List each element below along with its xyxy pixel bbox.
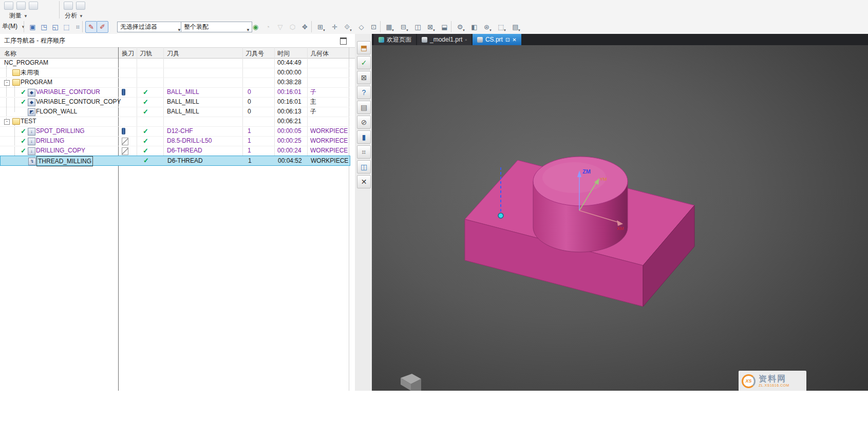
- row-name[interactable]: THREAD_MILLING: [36, 156, 93, 166]
- toolbar-icon[interactable]: ▦▼: [383, 21, 395, 33]
- column-header-path[interactable]: 刀轨: [140, 49, 152, 58]
- toolbar-icon[interactable]: ✐: [97, 21, 108, 33]
- toolbar-icon[interactable]: ▽: [274, 21, 286, 33]
- chevron-down-icon[interactable]: ▼: [503, 29, 506, 32]
- toolbar-icon[interactable]: ⬓: [439, 21, 450, 33]
- chevron-down-icon[interactable]: ▼: [79, 14, 83, 18]
- column-header-time[interactable]: 时间: [277, 49, 290, 58]
- table-row[interactable]: ✓↓SPOT_DRILLING✓D12-CHF100:00:05WORKPIEC…: [0, 126, 349, 137]
- close-tab-icon[interactable]: ✕: [512, 37, 516, 43]
- machine-navigator-icon[interactable]: ⌗: [357, 145, 371, 159]
- toolbar-icon[interactable]: ⊟▼: [398, 21, 409, 33]
- ribbon-icon[interactable]: [29, 2, 38, 10]
- toolbar-icon[interactable]: ✛: [329, 21, 341, 33]
- toolbar-icon[interactable]: ▤▼: [510, 21, 521, 33]
- toolbar-icon[interactable]: ▣: [27, 21, 39, 33]
- table-row[interactable]: -TEST00:06:21: [0, 117, 349, 127]
- process-navigator-icon[interactable]: ▮: [357, 130, 371, 144]
- history-icon[interactable]: ▤: [357, 101, 371, 114]
- chevron-down-icon[interactable]: ▼: [432, 29, 436, 32]
- column-header-geometry[interactable]: 几何体: [310, 49, 329, 58]
- toolbar-icon[interactable]: ⊛▼: [481, 21, 493, 33]
- table-row[interactable]: ✓◆VARIABLE_CONTOUR_COPY✓BALL_MILL000:16:…: [0, 97, 349, 107]
- toolbar-icon[interactable]: ✥: [299, 21, 311, 33]
- tree-expander-icon[interactable]: -: [4, 80, 10, 86]
- toolbar-icon[interactable]: ◧: [468, 21, 480, 33]
- no-entry-icon[interactable]: ⊘: [357, 116, 371, 129]
- chevron-down-icon[interactable]: ▼: [391, 29, 394, 32]
- toolbar-icon[interactable]: ⚙▼: [454, 21, 466, 33]
- row-name[interactable]: VARIABLE_CONTOUR: [36, 87, 100, 97]
- tree-expander-icon[interactable]: -: [4, 119, 10, 125]
- column-header-toolno[interactable]: 刀具号: [246, 49, 264, 58]
- constraint-navigator-icon[interactable]: ✓: [357, 56, 371, 69]
- help-icon[interactable]: ?: [357, 86, 371, 99]
- restore-window-icon[interactable]: [340, 37, 347, 45]
- assembly-navigator-icon[interactable]: ⬒: [357, 41, 371, 54]
- chevron-down-icon[interactable]: ▼: [489, 29, 492, 32]
- row-name[interactable]: FLOOR_WALL: [36, 107, 77, 117]
- toolbar-icon[interactable]: ◇: [355, 21, 367, 33]
- menu-button[interactable]: 单(M) ▼: [2, 22, 25, 31]
- table-row[interactable]: ✓↓DRILLING✓D8.5-DRILL-L50100:00:25WORKPI…: [0, 136, 349, 146]
- row-name[interactable]: PROGRAM: [21, 78, 52, 87]
- toolbar-icon[interactable]: ◱: [49, 21, 61, 33]
- table-row[interactable]: 未用项00:00:00: [0, 68, 349, 78]
- chevron-down-icon[interactable]: ▼: [406, 29, 409, 32]
- table-row[interactable]: ↯THREAD_MILLING✓D6-THREAD100:04:52WORKPI…: [0, 156, 350, 166]
- part-tab-2[interactable]: _model1.prt▫: [417, 34, 471, 45]
- toolbar-icon[interactable]: ⬚▼: [495, 21, 507, 33]
- toolbar-icon[interactable]: ⬚: [61, 21, 72, 33]
- selection-filter-combo[interactable]: 无选择过滤器 ▼: [117, 22, 183, 32]
- selection-scope-combo[interactable]: 整个装配 ▼: [181, 22, 252, 32]
- part-tab-3[interactable]: CS.prt⊡✕: [473, 34, 521, 45]
- chevron-down-icon[interactable]: ▼: [518, 29, 521, 32]
- table-row[interactable]: -PROGRAM00:38:28: [0, 78, 349, 88]
- chevron-down-icon[interactable]: ▼: [24, 14, 28, 18]
- welcome-icon: [379, 37, 384, 43]
- drill-point-handle[interactable]: [498, 213, 503, 218]
- toolbar-icon[interactable]: ⟐▼: [341, 21, 353, 33]
- ribbon-icon[interactable]: [76, 2, 85, 10]
- toolbar-icon[interactable]: ⊡: [368, 21, 380, 33]
- table-row[interactable]: NC_PROGRAM00:44:49: [0, 58, 349, 68]
- row-name[interactable]: 未用项: [21, 68, 39, 78]
- navigator-tree: NC_PROGRAM00:44:49未用项00:00:00-PROGRAM00:…: [0, 58, 355, 391]
- ribbon-group-analysis[interactable]: 分析▼: [65, 11, 83, 20]
- table-row[interactable]: ◩FLOOR_WALL✓BALL_MILL000:06:13子: [0, 107, 349, 117]
- close-navigator-icon[interactable]: ✕: [357, 175, 371, 188]
- ribbon-icon[interactable]: [4, 2, 13, 10]
- toolbar-icon[interactable]: ◫: [412, 21, 424, 33]
- toolbar-icon[interactable]: ⊞▼: [314, 21, 326, 33]
- toolbar-icon[interactable]: ⊠▼: [424, 21, 436, 33]
- graphics-viewport[interactable]: ZM YM XM: [372, 45, 868, 391]
- row-name[interactable]: NC_PROGRAM: [4, 58, 48, 68]
- toolbar-icon[interactable]: ⬡: [287, 21, 298, 33]
- table-row[interactable]: ✓↓DRILLING_COPY✓D6-THREAD100:00:24WORKPI…: [0, 146, 349, 156]
- part-tab-1[interactable]: 欢迎页面: [374, 34, 416, 45]
- ribbon-icon[interactable]: [64, 2, 73, 10]
- column-header-name[interactable]: 名称: [4, 49, 16, 58]
- chevron-down-icon[interactable]: ▼: [323, 29, 326, 32]
- geometry-name: 子: [310, 107, 316, 117]
- chevron-down-icon[interactable]: ▼: [462, 29, 465, 32]
- column-header-toolchange[interactable]: 换刀: [122, 49, 134, 58]
- row-name[interactable]: SPOT_DRILLING: [36, 126, 85, 136]
- toolbar-icon[interactable]: ◔: [262, 21, 274, 33]
- tool-number: 1: [248, 126, 251, 136]
- chevron-down-icon[interactable]: ▼: [349, 29, 352, 32]
- toolbar-icon[interactable]: ◳: [38, 21, 50, 33]
- row-name[interactable]: TEST: [21, 117, 36, 126]
- restore-tab-icon[interactable]: ⊡: [505, 37, 510, 43]
- toolbar-icon[interactable]: ✎: [85, 21, 97, 33]
- row-name[interactable]: DRILLING_COPY: [36, 146, 85, 156]
- row-name[interactable]: DRILLING: [36, 136, 64, 146]
- part-navigator-icon[interactable]: ⊠: [357, 71, 371, 84]
- column-header-tool[interactable]: 刀具: [167, 49, 179, 58]
- row-name[interactable]: VARIABLE_CONTOUR_COPY: [36, 97, 121, 107]
- table-row[interactable]: ✓◆VARIABLE_CONTOUR✓BALL_MILL000:16:01子: [0, 87, 349, 98]
- ribbon-group-measure[interactable]: 测量▼: [9, 11, 28, 20]
- watermark-subtitle: ZL.XS1616.COM: [759, 384, 789, 388]
- ribbon-icon[interactable]: [16, 2, 26, 10]
- web-browser-icon[interactable]: ◫: [357, 160, 371, 174]
